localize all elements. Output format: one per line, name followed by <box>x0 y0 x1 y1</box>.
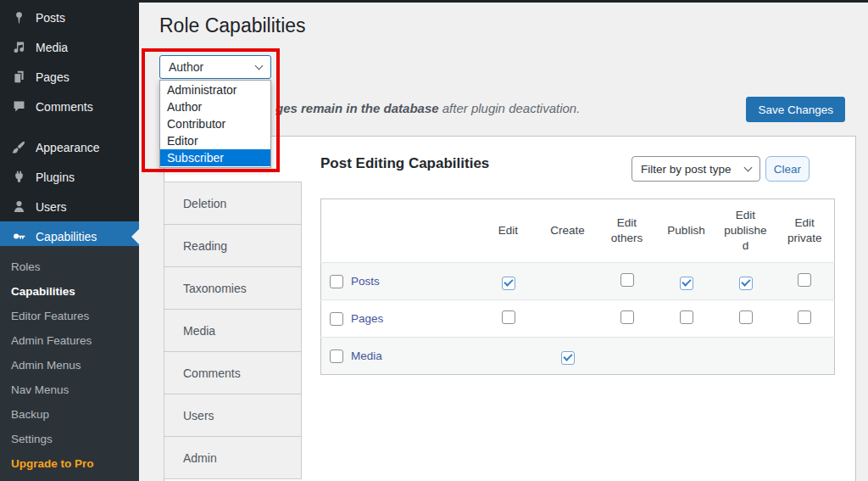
role-select-value: Author <box>169 60 203 74</box>
appearance-icon <box>11 140 26 155</box>
plugins-icon <box>11 170 26 185</box>
key-icon <box>11 229 26 244</box>
column-header-edit-published: Edit published <box>716 199 776 263</box>
page-title: Role Capabilities <box>159 14 306 37</box>
submenu-item-editor-features[interactable]: Editor Features <box>0 304 139 328</box>
column-header-create: Create <box>538 199 598 263</box>
submenu-item-nav-menus[interactable]: Nav Menus <box>0 378 139 402</box>
section-heading: Post Editing Capabilities <box>320 155 489 172</box>
table-row-media: Media <box>321 338 835 375</box>
notice-bold-text: ges remain in the database <box>275 101 439 115</box>
sidebar-item-appearance[interactable]: Appearance <box>0 132 139 162</box>
sidebar-item-label: Comments <box>36 100 93 114</box>
clear-filter-button[interactable]: Clear <box>765 156 810 182</box>
sidebar-item-label: Pages <box>36 70 70 84</box>
notice-rest-text: after plugin deactivation. <box>439 101 581 115</box>
submenu-item-backup[interactable]: Backup <box>0 402 139 427</box>
wordpress-admin-screen: PostsMediaPagesCommentsAppearancePlugins… <box>0 0 868 481</box>
comments-icon <box>11 99 26 115</box>
submenu-item-admin-menus[interactable]: Admin Menus <box>0 353 139 378</box>
role-option-editor[interactable]: Editor <box>160 132 270 149</box>
role-option-administrator[interactable]: Administrator <box>160 81 270 98</box>
pages-edit-private-checkbox[interactable] <box>798 310 811 324</box>
sidebar-item-media[interactable]: Media <box>0 32 139 62</box>
sidebar-item-label: Posts <box>36 11 65 25</box>
admin-sidebar: PostsMediaPagesCommentsAppearancePlugins… <box>0 0 139 481</box>
submenu-item-capabilities[interactable]: Capabilities <box>0 279 139 304</box>
submenu-item-roles[interactable]: Roles <box>0 254 139 279</box>
sidebar-item-posts[interactable]: Posts <box>0 3 139 32</box>
capabilities-submenu: RolesCapabilitiesEditor FeaturesAdmin Fe… <box>0 246 139 481</box>
submenu-item-admin-features[interactable]: Admin Features <box>0 328 139 353</box>
table-row-posts: Posts <box>321 263 835 300</box>
pages-publish-checkbox[interactable] <box>680 310 693 324</box>
active-menu-arrow <box>131 229 139 244</box>
media-create-checkbox[interactable] <box>561 351 575 365</box>
media-icon <box>11 40 26 55</box>
sidebar-item-label: Users <box>36 200 67 214</box>
panel-main: Post Editing Capabilities Filter by post… <box>302 137 855 481</box>
capability-tabs: DeletionReadingTaxonomiesMediaCommentsUs… <box>164 182 302 479</box>
pages-row-checkbox[interactable] <box>330 312 343 326</box>
table-row-pages: Pages <box>321 300 835 338</box>
content-area: Role Capabilities ges remain in the data… <box>139 0 868 481</box>
tab-taxonomies[interactable]: Taxonomies <box>164 266 302 310</box>
tab-deletion[interactable]: Deletion <box>164 182 302 225</box>
submenu-item-settings[interactable]: Settings <box>0 427 139 451</box>
role-select[interactable]: Author <box>159 55 271 79</box>
role-option-author[interactable]: Author <box>160 98 270 115</box>
posts-row-checkbox[interactable] <box>330 275 343 288</box>
table-header-row: EditCreateEdit othersPublishEdit publish… <box>321 199 835 263</box>
filter-post-type-select[interactable]: Filter by post type <box>632 156 760 182</box>
posts-edit-checkbox[interactable] <box>502 277 515 290</box>
tab-reading[interactable]: Reading <box>164 224 302 267</box>
column-header-edit-private: Edit private <box>776 199 835 263</box>
save-changes-button[interactable]: Save Changes <box>746 97 845 122</box>
tab-users[interactable]: Users <box>164 394 302 437</box>
tab-admin[interactable]: Admin <box>164 436 302 479</box>
tab-media[interactable]: Media <box>164 309 302 352</box>
sidebar-item-label: Media <box>36 41 68 54</box>
posts-publish-checkbox[interactable] <box>680 277 693 290</box>
chevron-down-icon <box>255 61 264 70</box>
column-header-edit: Edit <box>479 199 538 263</box>
pages-edit-others-checkbox[interactable] <box>620 310 634 324</box>
sidebar-item-label: Appearance <box>36 141 100 154</box>
row-label-column-header <box>321 199 479 263</box>
admin-bar <box>0 0 868 3</box>
chevron-down-icon <box>744 163 753 171</box>
media-row-checkbox[interactable] <box>330 350 343 363</box>
tab-comments[interactable]: Comments <box>164 351 302 394</box>
posts-edit-private-checkbox[interactable] <box>798 273 811 287</box>
filter-select-value: Filter by post type <box>641 163 732 176</box>
posts-link[interactable]: Posts <box>351 275 380 288</box>
column-header-publish: Publish <box>657 199 716 263</box>
users-icon <box>11 199 26 215</box>
posts-edit-others-checkbox[interactable] <box>620 273 634 287</box>
role-option-contributor[interactable]: Contributor <box>160 115 270 132</box>
posts-edit-published-checkbox[interactable] <box>739 277 753 290</box>
admin-menu: PostsMediaPagesCommentsAppearancePlugins… <box>0 0 139 251</box>
capability-tab-column: DeletionReadingTaxonomiesMediaCommentsUs… <box>164 137 302 481</box>
capabilities-panel: DeletionReadingTaxonomiesMediaCommentsUs… <box>164 136 856 481</box>
submenu-item-upgrade-to-pro[interactable]: Upgrade to Pro <box>0 451 139 476</box>
sidebar-item-plugins[interactable]: Plugins <box>0 162 139 192</box>
pin-icon <box>11 10 26 25</box>
pages-edit-checkbox[interactable] <box>502 310 515 324</box>
pages-link[interactable]: Pages <box>351 312 383 325</box>
sidebar-item-label: Plugins <box>36 171 75 184</box>
column-header-edit-others: Edit others <box>598 199 657 263</box>
capabilities-table: EditCreateEdit othersPublishEdit publish… <box>320 199 835 375</box>
sidebar-item-comments[interactable]: Comments <box>0 92 139 121</box>
sidebar-item-pages[interactable]: Pages <box>0 62 139 92</box>
sidebar-item-label: Capabilities <box>36 230 97 243</box>
media-link[interactable]: Media <box>351 350 382 362</box>
pages-edit-published-checkbox[interactable] <box>739 310 753 324</box>
sidebar-item-users[interactable]: Users <box>0 192 139 221</box>
deactivation-notice: ges remain in the database after plugin … <box>275 101 580 115</box>
role-select-dropdown: AdministratorAuthorContributorEditorSubs… <box>159 80 271 168</box>
role-option-subscriber[interactable]: Subscriber <box>160 149 270 166</box>
pages-icon <box>11 70 26 85</box>
